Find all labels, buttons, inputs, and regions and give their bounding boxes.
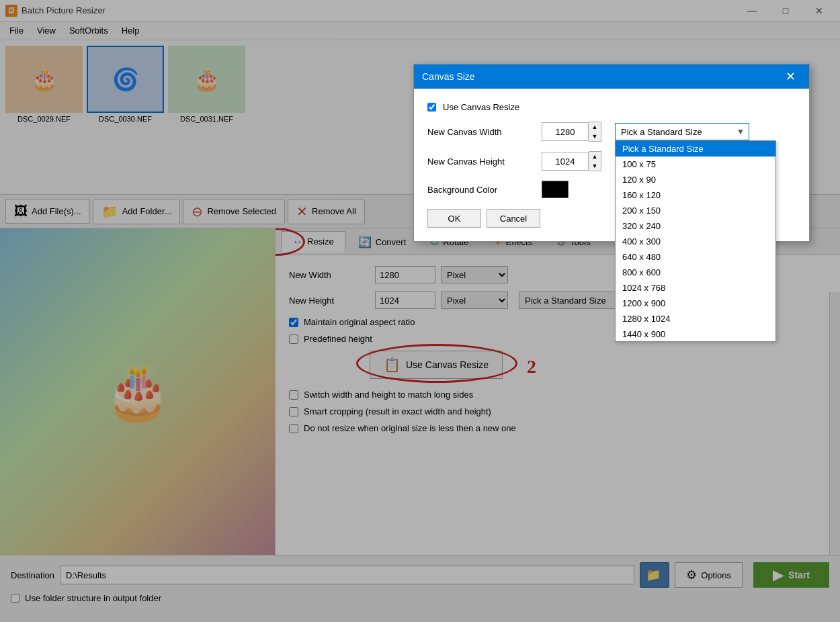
dropdown-item-1024x768[interactable]: 1024 x 768 bbox=[616, 280, 775, 296]
standard-size-dropdown-trigger[interactable]: Pick a Standard Size ▼ bbox=[615, 123, 749, 140]
canvas-height-input[interactable] bbox=[542, 152, 589, 171]
dropdown-item-320x240[interactable]: 320 x 240 bbox=[616, 218, 775, 234]
dialog-cancel-button[interactable]: Cancel bbox=[487, 209, 540, 228]
dialog-use-canvas-label: Use Canvas Resize bbox=[443, 102, 519, 112]
height-spinner-buttons: ▲ ▼ bbox=[589, 151, 601, 171]
dialog-use-canvas-row: Use Canvas Resize bbox=[427, 102, 796, 112]
height-decrement-button[interactable]: ▼ bbox=[589, 161, 601, 171]
dialog-width-row: New Canvas Width ▲ ▼ Pick a Standard Siz… bbox=[427, 122, 796, 142]
standard-size-selected: Pick a Standard Size bbox=[616, 126, 732, 138]
height-increment-button[interactable]: ▲ bbox=[589, 152, 601, 161]
dialog-overlay: Canvas Size ✕ Use Canvas Resize New Canv… bbox=[0, 0, 840, 622]
standard-size-container: Pick a Standard Size ▼ Pick a Standard S… bbox=[615, 123, 749, 140]
dialog-ok-button[interactable]: OK bbox=[427, 209, 481, 228]
dropdown-item-640x480[interactable]: 640 x 480 bbox=[616, 249, 775, 265]
dropdown-item-160x120[interactable]: 160 x 120 bbox=[616, 187, 775, 203]
dropdown-item-800x600[interactable]: 800 x 600 bbox=[616, 265, 775, 280]
width-increment-button[interactable]: ▲ bbox=[589, 122, 601, 132]
width-spinner-buttons: ▲ ▼ bbox=[589, 122, 601, 142]
dialog-height-label: New Canvas Height bbox=[427, 157, 535, 167]
dropdown-item-200x150[interactable]: 200 x 150 bbox=[616, 203, 775, 218]
dropdown-arrow-icon: ▼ bbox=[732, 127, 749, 136]
dialog-close-button[interactable]: ✕ bbox=[780, 66, 801, 87]
dialog-body: Use Canvas Resize New Canvas Width ▲ ▼ P… bbox=[414, 89, 809, 241]
canvas-size-dialog: Canvas Size ✕ Use Canvas Resize New Canv… bbox=[413, 64, 810, 242]
dropdown-item-1440x900[interactable]: 1440 x 900 bbox=[616, 326, 775, 342]
background-color-swatch[interactable] bbox=[542, 181, 569, 198]
dialog-titlebar: Canvas Size ✕ bbox=[414, 64, 809, 89]
dialog-width-label: New Canvas Width bbox=[427, 127, 535, 137]
dropdown-item-400x300[interactable]: 400 x 300 bbox=[616, 234, 775, 249]
dropdown-item-120x90[interactable]: 120 x 90 bbox=[616, 172, 775, 187]
dropdown-item-pick[interactable]: Pick a Standard Size bbox=[616, 141, 775, 157]
dropdown-item-1200x900[interactable]: 1200 x 900 bbox=[616, 296, 775, 311]
standard-size-dropdown-list[interactable]: Pick a Standard Size 100 x 75 120 x 90 1… bbox=[615, 140, 776, 342]
canvas-height-spinner: ▲ ▼ bbox=[542, 151, 601, 171]
dropdown-item-1280x1024[interactable]: 1280 x 1024 bbox=[616, 311, 775, 326]
dialog-use-canvas-checkbox[interactable] bbox=[427, 103, 436, 112]
dialog-bg-color-label: Background Color bbox=[427, 185, 535, 195]
dropdown-item-100x75[interactable]: 100 x 75 bbox=[616, 157, 775, 172]
width-decrement-button[interactable]: ▼ bbox=[589, 132, 601, 141]
dialog-title: Canvas Size bbox=[422, 71, 780, 82]
canvas-width-spinner: ▲ ▼ bbox=[542, 122, 601, 142]
canvas-width-input[interactable] bbox=[542, 122, 589, 141]
